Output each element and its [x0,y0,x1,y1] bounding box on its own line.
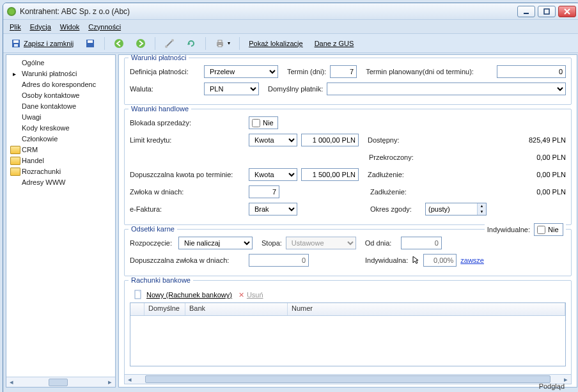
nav-rozrachunki[interactable]: Rozrachunki [6,166,115,177]
nav-ogolne[interactable]: Ogólne [6,58,115,68]
toolbar: Zapisz i zamknij ▾ Pokaż lokalizację Dan… [3,34,578,53]
group-interest: Odsetki karne Indywidualne: Nie Rozpoczę… [124,229,572,276]
consent-label: Okres zgody: [370,205,421,213]
minimize-button[interactable] [517,6,535,17]
disk-small-icon [85,38,95,49]
overrun-label: Przekroczony: [369,153,420,161]
main-panel: Warunki płatności Definicja płatności: P… [118,54,577,388]
svg-rect-5 [13,40,19,43]
tools-icon [164,38,175,49]
del-bank-button[interactable]: ✕ Usuń [238,291,263,299]
nav-uwagi[interactable]: Uwagi [6,112,115,123]
debt2-value: 0,00 PLN [425,188,566,196]
term-label: Termin (dni): [287,68,326,75]
nav-dane-kontaktowe[interactable]: Dane kontaktowe [6,101,115,112]
statusbar-text: Podgląd [539,382,565,392]
indiv-label: Indywidualne: [487,226,530,233]
col-default[interactable]: Domyślne [144,303,185,315]
close-button[interactable] [558,6,576,17]
refresh-icon [186,38,196,49]
print-button[interactable]: ▾ [211,37,234,50]
col-blank[interactable] [130,303,144,315]
svg-rect-14 [218,40,222,42]
limit-type-select[interactable]: Kwota [249,134,297,146]
new-bank-button[interactable]: Nowy (Rachunek bankowy) [134,290,232,300]
menu-widok[interactable]: Widok [60,23,80,31]
svg-rect-1 [544,9,549,14]
bank-grid[interactable]: Domyślne Bank Numer [130,302,566,366]
menubar: Plik Edycja Widok Czynności [3,20,578,34]
currency-select[interactable]: PLN [204,82,259,95]
col-bank[interactable]: Bank [185,303,288,315]
block-label: Blokada sprzedaży: [130,119,245,127]
debt2-label: Zadłużenie: [370,188,421,196]
gus-button[interactable]: Dane z GUS [311,38,358,49]
disk-icon [11,38,21,49]
forward-icon [136,38,146,49]
app-icon [7,7,16,16]
def-label: Definicja płatności: [130,68,200,75]
window-title: Kontrahent: ABC Sp. z o.o (Abc) [20,7,517,16]
start-select[interactable]: Nie naliczaj [178,237,253,249]
back-button[interactable] [110,37,128,50]
block-checkbox[interactable]: Nie [249,116,278,129]
always-link[interactable]: zawsze [460,256,484,264]
save-button[interactable] [81,37,99,50]
group-interest-title: Odsetki karne [129,225,177,233]
indiv-checkbox[interactable]: Nie [534,223,563,236]
limit-label: Limit kredytu: [130,136,245,144]
indiv2-input [423,254,457,267]
einv-select[interactable]: Brak [249,203,297,216]
menu-czynnosci[interactable]: Czynności [88,23,121,31]
term-input[interactable] [330,65,357,78]
overdue-label: Dopuszczalna kwota po terminie: [130,171,245,178]
group-payment: Warunki płatności Definicja płatności: P… [124,58,572,105]
menu-plik[interactable]: Plik [10,23,21,31]
def-select[interactable]: Przelew [204,65,278,78]
group-trade: Warunki handlowe Blokada sprzedaży: Nie … [124,109,572,225]
nav-adres[interactable]: Adres do korespondenc [6,79,115,90]
overdue-type-select[interactable]: Kwota [249,168,297,181]
sidebar: Ogólne Warunki płatności Adres do koresp… [6,54,116,388]
statusbar: Podgląd [3,382,578,392]
consent-spinbox[interactable]: ▲▼ [425,203,487,216]
nav-handel[interactable]: Handel [6,155,115,166]
svg-point-12 [171,39,174,42]
rate-select: Ustawowe [286,237,356,249]
forward-button[interactable] [132,37,150,50]
maximize-button[interactable] [538,6,556,17]
int-delay-input [249,254,309,267]
rate-label: Stopa: [262,239,282,247]
nav-adresy-www[interactable]: Adresy WWW [6,177,115,188]
refresh-button[interactable] [182,37,200,50]
svg-point-9 [114,39,123,48]
svg-point-11 [165,45,168,48]
col-number[interactable]: Numer [288,303,565,315]
from-input [401,237,442,249]
menu-edycja[interactable]: Edycja [30,23,51,31]
tools-button[interactable] [160,37,178,50]
defpayer-select[interactable] [327,82,566,95]
debt-label: Zadłużenie: [368,171,419,178]
group-payment-title: Warunki płatności [129,54,189,61]
show-location-button[interactable]: Pokaż lokalizację [245,38,306,49]
defpayer-label: Domyślny płatnik: [268,85,323,93]
limit-input[interactable] [301,134,359,146]
svg-point-10 [136,39,145,48]
currency-label: Waluta: [130,85,200,93]
overdue-input[interactable] [301,168,359,181]
nav-crm[interactable]: CRM [6,145,115,155]
delay-input[interactable] [249,185,279,198]
nav-warunki-platnosci[interactable]: Warunki płatności [6,68,115,79]
nav-osoby[interactable]: Osoby kontaktowe [6,90,115,101]
printer-icon [215,38,225,49]
group-banks: Rachunki bankowe Nowy (Rachunek bankowy)… [124,280,572,381]
nav-czlonkowie[interactable]: Członkowie [6,134,115,145]
save-close-button[interactable]: Zapisz i zamknij [7,37,77,50]
svg-rect-6 [14,44,18,47]
einv-label: e-Faktura: [130,205,245,213]
svg-rect-15 [218,45,222,47]
nav-kody[interactable]: Kody kreskowe [6,123,115,134]
planned-input[interactable] [497,65,566,78]
avail-value: 825,49 PLN [423,136,566,144]
